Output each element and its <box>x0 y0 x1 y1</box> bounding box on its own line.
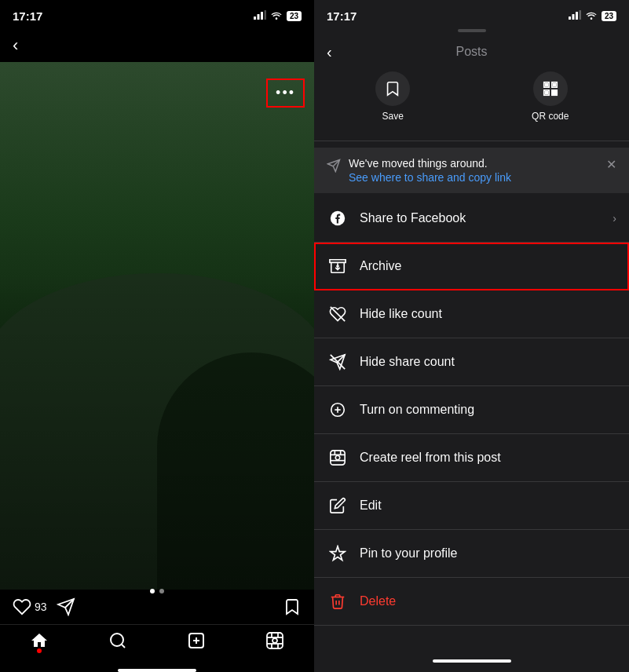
info-text-container: We've moved things around. See where to … <box>349 157 600 184</box>
hide-like-label: Hide like count <box>360 307 616 321</box>
home-notification-dot <box>37 648 42 653</box>
back-button-right[interactable]: ‹ <box>327 43 332 61</box>
info-link[interactable]: See where to share and copy link <box>349 171 600 184</box>
left-panel: 17:17 23 ‹ ••• <box>0 0 314 672</box>
menu-item-commenting[interactable]: Turn on commenting <box>314 386 629 434</box>
home-indicator-left <box>118 669 196 672</box>
status-icons-left: 23 <box>254 10 302 22</box>
menu-item-pin[interactable]: Pin to your profile <box>314 530 629 578</box>
svg-rect-31 <box>552 93 554 96</box>
edit-icon <box>327 495 349 517</box>
three-dots-button[interactable]: ••• <box>266 79 305 108</box>
share-facebook-chevron: › <box>613 212 616 225</box>
status-bar-left: 17:17 23 <box>0 0 314 29</box>
svg-rect-28 <box>545 92 547 94</box>
status-bar-right: 17:17 23 <box>314 0 629 29</box>
share-button[interactable] <box>57 597 75 616</box>
status-icons-right: 23 <box>569 10 616 22</box>
svg-rect-22 <box>579 10 581 20</box>
nav-reels[interactable] <box>265 631 284 650</box>
hide-share-icon <box>327 351 349 373</box>
signal-icon-left <box>254 10 266 22</box>
menu-item-archive[interactable]: Archive <box>314 243 629 290</box>
svg-rect-11 <box>267 633 283 648</box>
create-reel-label: Create reel from this post <box>360 451 616 465</box>
like-button[interactable]: 93 <box>13 597 47 616</box>
time-right: 17:17 <box>327 9 357 23</box>
menu-item-hide-like[interactable]: Hide like count <box>314 290 629 338</box>
qr-icon <box>533 71 568 106</box>
save-quick-action[interactable]: Save <box>314 65 472 128</box>
svg-rect-2 <box>261 12 263 20</box>
sheet-handle <box>458 29 486 32</box>
svg-point-44 <box>335 455 340 460</box>
qr-label: QR code <box>532 111 569 122</box>
wifi-icon-left <box>270 10 283 22</box>
info-close-button[interactable]: ✕ <box>606 157 616 172</box>
share-facebook-label: Share to Facebook <box>360 211 613 225</box>
time-left: 17:17 <box>13 9 42 23</box>
edit-label: Edit <box>360 499 616 513</box>
top-bar-right: ‹ Posts <box>314 42 629 65</box>
battery-right: 23 <box>602 11 616 21</box>
menu-item-delete[interactable]: Delete <box>314 578 629 626</box>
menu-item-create-reel[interactable]: Create reel from this post <box>314 434 629 482</box>
archive-icon <box>327 255 349 277</box>
like-count: 93 <box>35 601 47 613</box>
back-button-left[interactable]: ‹ <box>13 35 18 56</box>
svg-line-7 <box>122 645 125 648</box>
nav-search[interactable] <box>108 631 127 650</box>
hide-share-label: Hide share count <box>360 355 616 369</box>
save-label: Save <box>382 111 404 122</box>
svg-rect-19 <box>569 16 571 20</box>
signal-icon-right <box>569 10 581 22</box>
svg-rect-1 <box>257 14 259 20</box>
menu-item-edit[interactable]: Edit <box>314 482 629 530</box>
svg-rect-29 <box>552 90 554 93</box>
nav-bar <box>0 624 314 666</box>
svg-point-12 <box>272 638 277 643</box>
svg-rect-21 <box>576 12 578 20</box>
svg-rect-20 <box>572 14 574 20</box>
archive-label: Archive <box>360 259 616 273</box>
delete-icon <box>327 590 349 612</box>
landscape-overlay <box>0 273 314 590</box>
svg-point-6 <box>111 634 123 646</box>
landscape-background <box>0 62 314 590</box>
right-panel: 17:17 23 ‹ Posts <box>314 0 629 672</box>
nav-add[interactable] <box>187 631 206 650</box>
quick-actions: Save QR code <box>314 65 629 141</box>
svg-rect-0 <box>254 16 256 20</box>
svg-rect-27 <box>553 84 555 86</box>
pin-label: Pin to your profile <box>360 546 616 561</box>
sheet-title: Posts <box>455 45 487 59</box>
svg-rect-3 <box>264 10 266 20</box>
home-indicator-right <box>433 659 511 663</box>
info-banner: We've moved things around. See where to … <box>314 148 629 193</box>
top-bar-left: ‹ <box>0 29 314 62</box>
post-image <box>0 62 314 590</box>
svg-rect-32 <box>554 93 557 96</box>
save-button-left[interactable] <box>283 597 302 616</box>
nav-home[interactable] <box>30 631 49 650</box>
post-actions: 93 <box>0 590 314 624</box>
pin-icon <box>327 542 349 564</box>
info-main-text: We've moved things around. <box>349 157 600 170</box>
menu-item-share-facebook[interactable]: Share to Facebook › <box>314 195 629 243</box>
facebook-icon <box>327 207 349 229</box>
commenting-label: Turn on commenting <box>360 403 616 417</box>
wifi-icon-right <box>585 10 598 22</box>
menu-item-hide-share[interactable]: Hide share count <box>314 338 629 386</box>
svg-rect-26 <box>545 84 547 86</box>
battery-left: 23 <box>287 11 302 21</box>
delete-label: Delete <box>360 594 616 608</box>
post-actions-left: 93 <box>13 597 75 616</box>
menu-list: Share to Facebook › Archive <box>314 195 629 653</box>
create-reel-icon <box>327 447 349 469</box>
qr-quick-action[interactable]: QR code <box>472 65 630 128</box>
info-nav-icon <box>327 159 341 176</box>
hide-like-icon <box>327 303 349 325</box>
save-icon <box>375 71 410 106</box>
commenting-icon <box>327 399 349 421</box>
svg-rect-43 <box>331 451 345 465</box>
